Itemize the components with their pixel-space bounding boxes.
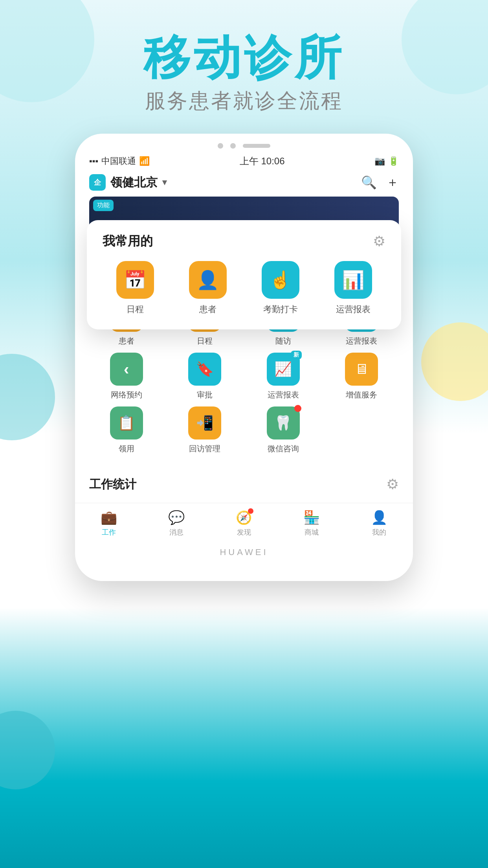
patient-icon-glyph: 👤: [196, 269, 219, 291]
vip-icon: 🖥: [354, 361, 369, 377]
bottom-nav-mine[interactable]: 👤 我的: [371, 509, 387, 537]
vip-icon-box: 🖥: [345, 353, 378, 386]
dot-1: [218, 143, 223, 149]
work-stats-section: 工作统计 ⚙: [75, 468, 413, 503]
phone-dots-bar: [75, 134, 413, 153]
callback-label: 回访管理: [189, 443, 220, 454]
report-icon-glyph: 📊: [342, 269, 364, 291]
report-quick-icon: 📊: [334, 261, 372, 299]
dash-bar: [243, 144, 270, 148]
status-left: ▪▪▪ 中国联通 📶: [89, 155, 150, 167]
work-stats-header: 工作统计 ⚙: [89, 476, 399, 493]
carrier-name: 中国联通: [101, 155, 136, 167]
battery-icon: 🔋: [388, 156, 399, 166]
patient-label: 患者: [119, 336, 134, 346]
app-item-callback[interactable]: 📲 回访管理: [168, 406, 242, 454]
report2-label: 运营报表: [268, 390, 299, 400]
phone-mockup: ▪▪▪ 中国联通 📶 上午 10:06 📷 🔋 企 领健北京 ▾ 🔍 ＋ 功能: [75, 134, 413, 581]
status-bar: ▪▪▪ 中国联通 📶 上午 10:06 📷 🔋: [75, 153, 413, 170]
work-stats-title: 工作统计: [89, 476, 136, 493]
favorite-item-patient[interactable]: 👤 患者: [175, 261, 240, 315]
favorite-card: 我常用的 ⚙ 📅 日程 👤 患者 ☝ 考勤打卡 📊 运营报表: [87, 220, 401, 329]
app-item-booking[interactable]: ‹ 网络预约: [89, 353, 164, 400]
favorite-item-schedule[interactable]: 📅 日程: [103, 261, 167, 315]
status-time: 上午 10:06: [240, 155, 285, 167]
schedule-label: 日程: [197, 336, 213, 346]
attendance-quick-label: 考勤打卡: [263, 303, 298, 315]
app-item-approve[interactable]: 🔖 审批: [168, 353, 242, 400]
booking-icon-box: ‹: [110, 353, 143, 386]
favorite-item-report[interactable]: 📊 运营报表: [321, 261, 385, 315]
app-item-empty: [325, 406, 399, 454]
wechat-icon-box: 🦷: [267, 406, 300, 440]
shop-nav-label: 商城: [305, 528, 319, 537]
wifi-icon: 📶: [139, 156, 150, 166]
discover-nav-label: 发现: [237, 528, 251, 537]
bottom-nav-discover[interactable]: 🧭 发现: [236, 509, 252, 537]
schedule-quick-icon: 📅: [116, 261, 154, 299]
message-nav-icon: 💬: [168, 509, 185, 525]
banner-label: 功能: [93, 200, 114, 211]
clinic-name[interactable]: 领健北京: [110, 175, 158, 191]
favorite-card-header: 我常用的 ⚙: [103, 233, 385, 250]
app-item-report2[interactable]: 📈 新 运营报表: [246, 353, 321, 400]
status-right: 📷 🔋: [374, 156, 399, 166]
nav-bar: 企 领健北京 ▾ 🔍 ＋: [75, 170, 413, 197]
patient-quick-icon: 👤: [189, 261, 227, 299]
search-icon[interactable]: 🔍: [361, 175, 377, 190]
mine-nav-icon: 👤: [371, 509, 387, 525]
bottom-nav-message[interactable]: 💬 消息: [168, 509, 185, 537]
booking-label: 网络预约: [111, 390, 142, 400]
report-quick-label: 运营报表: [336, 303, 371, 315]
favorite-card-title: 我常用的: [103, 233, 153, 250]
schedule-icon-glyph: 📅: [124, 269, 146, 291]
discover-icon-wrap: 🧭: [236, 509, 252, 525]
decorative-blob-mid-left: [0, 354, 55, 440]
bottom-nav: 💼 工作 💬 消息 🧭 发现 🏪 商城 👤 我的: [75, 503, 413, 541]
schedule-quick-label: 日程: [127, 303, 144, 315]
booking-icon: ‹: [124, 360, 129, 378]
favorite-gear-icon[interactable]: ⚙: [373, 233, 385, 250]
report1-label: 运营报表: [346, 336, 377, 346]
bottom-nav-work[interactable]: 💼 工作: [101, 509, 117, 537]
work-stats-gear-icon[interactable]: ⚙: [386, 476, 399, 493]
favorite-grid: 📅 日程 👤 患者 ☝ 考勤打卡 📊 运营报表: [103, 261, 385, 315]
app-item-vip[interactable]: 🖥 增值服务: [325, 353, 399, 400]
main-title: 移动诊所: [0, 31, 488, 83]
approve-icon: 🔖: [196, 361, 214, 377]
discover-red-dot: [248, 508, 253, 514]
approve-icon-box: 🔖: [188, 353, 221, 386]
wechat-icon: 🦷: [274, 415, 292, 431]
app-row-2: ‹ 网络预约 🔖 审批 📈 新 运营报表 🖥: [89, 353, 399, 400]
shop-nav-icon: 🏪: [303, 509, 320, 525]
title-area: 移动诊所 服务患者就诊全流程: [0, 31, 488, 115]
dot-2: [230, 143, 236, 149]
requisition-icon: 📋: [117, 415, 135, 431]
wechat-label: 微信咨询: [268, 443, 299, 454]
chevron-down-icon[interactable]: ▾: [162, 177, 167, 188]
attendance-icon-glyph: ☝: [270, 270, 291, 290]
decorative-blob-bottom-left: [0, 711, 55, 789]
callback-icon: 📲: [196, 415, 214, 431]
signal-icon: ▪▪▪: [89, 156, 98, 166]
nav-right: 🔍 ＋: [361, 174, 399, 191]
message-nav-label: 消息: [169, 528, 183, 537]
red-dot-badge: [294, 405, 301, 412]
app-item-requisition[interactable]: 📋 领用: [89, 406, 164, 454]
callback-icon-box: 📲: [188, 406, 221, 440]
approve-label: 审批: [197, 390, 213, 400]
work-nav-icon: 💼: [101, 509, 117, 525]
new-badge: 新: [291, 351, 302, 359]
attendance-quick-icon: ☝: [262, 261, 299, 299]
mine-nav-label: 我的: [372, 528, 386, 537]
sub-title: 服务患者就诊全流程: [0, 87, 488, 115]
requisition-label: 领用: [119, 443, 134, 454]
nav-left: 企 领健北京 ▾: [89, 174, 167, 191]
huawei-label: HUAWEI: [75, 541, 413, 557]
bottom-nav-shop[interactable]: 🏪 商城: [303, 509, 320, 537]
favorite-item-attendance[interactable]: ☝ 考勤打卡: [248, 261, 313, 315]
app-item-wechat[interactable]: 🦷 微信咨询: [246, 406, 321, 454]
add-icon[interactable]: ＋: [386, 174, 399, 191]
app-row-3: 📋 领用 📲 回访管理 🦷 微信咨询: [89, 406, 399, 454]
enterprise-badge: 企: [89, 174, 106, 191]
